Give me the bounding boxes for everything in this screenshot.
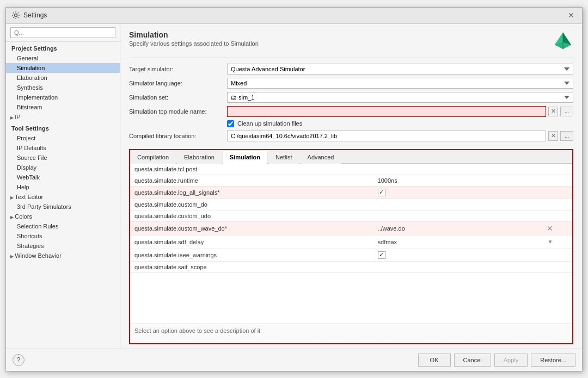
sidebar-item-source-file[interactable]: Source File [6,153,120,163]
tab-advanced[interactable]: Advanced [301,151,341,164]
sidebar-item-project[interactable]: Project [6,133,120,143]
table-row: questa.simulate.runtime1000ns [130,175,572,186]
table-row: questa.simulate.sdf_delaysdfmax▼ [130,235,572,249]
compiled-lib-input[interactable] [227,131,546,141]
close-button[interactable]: ✕ [566,11,577,19]
tool-settings-header: Tool Settings [6,122,120,133]
table-row: questa.simulate.custom_do [130,199,572,210]
row-control [528,249,572,261]
sidebar-item-simulation[interactable]: Simulation [6,63,120,73]
row-control [528,199,572,210]
main-content: Project Settings General Simulation Elab… [6,24,582,349]
project-settings-header: Project Settings [6,42,120,53]
description-panel: Select an option above to see a descript… [130,324,572,343]
sidebar-item-help[interactable]: Help [6,182,120,192]
sidebar-item-ip[interactable]: IP [6,112,120,122]
sidebar-item-3rd-party[interactable]: 3rd Party Simulators [6,202,120,212]
ok-button[interactable]: OK [418,354,451,367]
row-value [373,186,528,199]
row-value [373,164,528,175]
sidebar: Project Settings General Simulation Elab… [6,24,120,349]
cleanup-checkbox[interactable] [227,120,234,127]
simulation-set-label: Simulation set: [129,94,227,101]
sidebar-item-ip-defaults[interactable]: IP Defaults [6,143,120,153]
sidebar-item-display[interactable]: Display [6,163,120,172]
panel-header-text: Simulation Specify various settings asso… [129,30,259,47]
sidebar-item-window-behavior[interactable]: Window Behavior [6,251,120,261]
apply-button[interactable]: Apply [494,354,528,367]
tab-elaboration[interactable]: Elaboration [177,151,222,164]
sidebar-item-synthesis[interactable]: Synthesis [6,83,120,92]
sidebar-item-colors[interactable]: Colors [6,212,120,221]
restore-button[interactable]: Restore... [531,354,575,367]
sim-top-module-input[interactable] [227,106,546,117]
sidebar-item-general[interactable]: General [6,53,120,63]
row-checkbox[interactable] [378,189,385,196]
row-control: ▼ [528,235,572,249]
tab-compilation[interactable]: Compilation [130,151,176,164]
search-input[interactable] [10,27,115,38]
sim-top-module-clear-button[interactable]: ✕ [548,107,558,116]
row-name: questa.simulate.runtime [130,175,373,186]
sidebar-item-implementation[interactable]: Implementation [6,92,120,102]
sidebar-item-elaboration[interactable]: Elaboration [6,73,120,83]
titlebar-left: Settings [11,11,47,20]
simulation-set-select[interactable]: 🗂 sim_1 [227,92,573,103]
sidebar-item-bitstream[interactable]: Bitstream [6,102,120,112]
tabs-bar: Compilation Elaboration Simulation Netli… [130,150,572,164]
sim-top-module-label: Simulation top module name: [129,108,227,115]
sidebar-item-strategies[interactable]: Strategies [6,241,120,251]
table-row: questa.simulate.ieee_warnings [130,249,572,261]
row-name: questa.simulate.custom_udo [130,210,373,221]
vivado-logo [553,30,573,51]
row-value [373,199,528,210]
panel-title: Simulation [129,30,259,39]
compiled-lib-row: Compiled library location: ✕ ... [129,131,573,141]
row-dropdown-button[interactable]: ▼ [546,238,554,246]
right-panel: Simulation Specify various settings asso… [120,24,582,349]
header-divider [129,58,573,58]
simulation-set-row: Simulation set: 🗂 sim_1 [129,92,573,103]
svg-point-0 [15,14,17,17]
sidebar-item-webtalk[interactable]: WebTalk [6,172,120,182]
simulator-language-control: Mixed [227,78,573,89]
target-simulator-control: Questa Advanced Simulator [227,64,573,75]
tab-simulation[interactable]: Simulation [223,151,267,164]
row-name: questa.simulate.tcl.post [130,164,373,175]
compiled-lib-clear-button[interactable]: ✕ [548,131,558,141]
settings-dialog: Settings ✕ Project Settings General Simu… [5,7,583,371]
simulation-set-control: 🗂 sim_1 [227,92,573,103]
row-name: questa.simulate.ieee_warnings [130,249,373,261]
row-value: 1000ns [373,175,528,186]
description-text: Select an option above to see a descript… [134,327,260,334]
cleanup-label[interactable]: Clean up simulation files [237,120,302,127]
compiled-lib-control: ✕ ... [227,131,573,141]
row-name: questa.simulate.custom_wave_do* [130,221,373,235]
row-value [373,210,528,221]
bottom-bar: ? OK Cancel Apply Restore... [6,349,582,371]
tab-content: questa.simulate.tcl.postquesta.simulate.… [130,164,572,324]
target-simulator-select[interactable]: Questa Advanced Simulator [227,64,573,75]
settings-icon [11,11,20,20]
sidebar-item-selection-rules[interactable]: Selection Rules [6,221,120,231]
row-name: questa.simulate.custom_do [130,199,373,210]
row-checkbox[interactable] [378,251,385,259]
row-clear-button[interactable]: ✕ [546,224,554,233]
help-button[interactable]: ? [13,354,24,366]
compiled-lib-browse-button[interactable]: ... [560,131,573,141]
tabs-container: Compilation Elaboration Simulation Netli… [129,149,573,344]
sidebar-item-text-editor[interactable]: Text Editor [6,192,120,202]
sidebar-item-shortcuts[interactable]: Shortcuts [6,231,120,241]
row-control [528,210,572,221]
compiled-lib-label: Compiled library location: [129,133,227,139]
row-value [373,261,528,272]
cancel-button[interactable]: Cancel [454,354,491,367]
tab-netlist[interactable]: Netlist [268,151,299,164]
titlebar: Settings ✕ [6,8,582,24]
simulator-language-select[interactable]: Mixed [227,78,573,89]
sim-top-module-browse-button[interactable]: ... [560,107,573,116]
target-simulator-label: Target simulator: [129,66,227,72]
row-name: questa.simulate.log_all_signals* [130,186,373,199]
sim-top-module-row: Simulation top module name: ✕ ... [129,106,573,117]
row-name: questa.simulate.sdf_delay [130,235,373,249]
